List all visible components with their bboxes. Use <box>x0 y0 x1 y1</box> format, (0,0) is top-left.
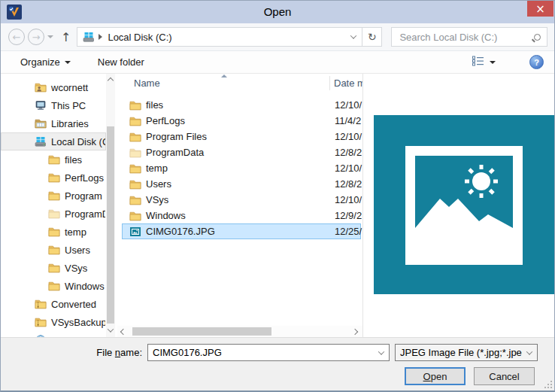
chevron-up-icon <box>108 77 114 84</box>
breadcrumb-current-location[interactable]: Local Disk (C:) <box>108 32 345 43</box>
file-date-modified: 12/10/ <box>335 163 362 174</box>
open-button[interactable]: Open <box>405 367 466 385</box>
navigation-bar: ← → ↑ Local Disk (C:) ↻ <box>1 23 554 50</box>
resize-grip[interactable] <box>544 381 552 388</box>
tree-item-users[interactable]: Users <box>1 241 106 259</box>
file-row-files[interactable]: files12/10/ <box>122 97 361 113</box>
zip-icon <box>35 316 47 328</box>
up-button[interactable]: ↑ <box>61 30 71 44</box>
column-header-name[interactable]: Name <box>134 77 160 89</box>
close-button[interactable]: × <box>527 1 553 17</box>
file-row-users[interactable]: Users12/8/2 <box>122 176 361 192</box>
tree-item-windows[interactable]: Windows <box>1 277 106 295</box>
list-view-icon <box>472 56 484 68</box>
back-button[interactable]: ← <box>8 29 25 45</box>
file-type-select[interactable]: JPEG Image File (*.jpg;*.jpeg;*.j <box>395 344 538 361</box>
tree-item-label: files <box>65 154 82 166</box>
file-row-cimg0176-jpg[interactable]: CIMG0176.JPG12/25/ <box>122 223 361 239</box>
address-dropdown-button[interactable] <box>345 28 362 46</box>
list-horizontal-scrollbar[interactable] <box>117 326 362 337</box>
file-row-vsys[interactable]: VSys12/10/ <box>122 192 361 208</box>
toolbar-right-group: ? <box>470 53 544 71</box>
tree-scrollbar-thumb[interactable] <box>107 126 114 324</box>
folder-icon <box>129 163 141 175</box>
scroll-up-button[interactable] <box>106 75 115 86</box>
dialog-content: wcornettThis PCLibrariesLocal Disk (C:)f… <box>1 74 554 337</box>
command-bar: Organize New folder <box>1 50 554 74</box>
tree-item-converted[interactable]: Converted <box>1 295 106 313</box>
recent-locations-dropdown-icon[interactable] <box>47 35 53 38</box>
file-row-program-files[interactable]: Program Files12/10/ <box>122 129 361 144</box>
file-type-dropdown-button[interactable] <box>522 345 537 360</box>
tree-item-libraries[interactable]: Libraries <box>1 114 106 132</box>
forward-icon: → <box>32 32 41 43</box>
tree-item-files[interactable]: files <box>1 150 106 169</box>
tree-item-label: Program Fi <box>65 190 106 202</box>
chevron-down-icon <box>350 32 356 38</box>
tree-item-label: VSys <box>65 263 87 274</box>
scroll-right-button[interactable] <box>349 330 361 334</box>
file-name-label: File name: <box>31 347 142 358</box>
address-bar[interactable]: Local Disk (C:) <box>77 27 362 47</box>
file-name: files <box>146 99 163 111</box>
file-name: ProgramData <box>146 147 204 158</box>
app-logo-icon <box>7 5 22 20</box>
scroll-down-button[interactable] <box>106 325 115 336</box>
column-divider[interactable] <box>329 76 330 90</box>
refresh-button[interactable]: ↻ <box>362 27 382 47</box>
file-name-dropdown-button[interactable] <box>374 345 389 360</box>
folder-icon <box>48 244 60 256</box>
tree-item-label: PerfLogs <box>65 172 104 184</box>
file-row-temp[interactable]: temp12/10/ <box>122 160 361 176</box>
organize-button[interactable]: Organize <box>16 53 75 71</box>
file-name: PerfLogs <box>146 115 185 126</box>
tree-item-label: This PC <box>51 100 86 111</box>
file-date-modified: 12/9/2 <box>335 210 362 221</box>
file-name: VSys <box>146 194 168 205</box>
tree-item-label: wcornett <box>51 82 88 93</box>
organize-label: Organize <box>20 56 60 68</box>
new-folder-button[interactable]: New folder <box>93 53 149 71</box>
tree-item-local-disk-c[interactable]: Local Disk (C:) <box>1 132 106 150</box>
forward-button[interactable]: → <box>28 29 44 45</box>
tree-item-perflogs[interactable]: PerfLogs <box>1 169 106 187</box>
tree-item-network[interactable]: Network <box>1 331 106 337</box>
chevron-down-icon <box>108 326 114 332</box>
scroll-left-button[interactable] <box>117 330 129 334</box>
tree-item-vsys[interactable]: VSys <box>1 259 106 277</box>
tree-item-temp[interactable]: temp <box>1 223 106 241</box>
help-button[interactable]: ? <box>529 55 544 69</box>
help-icon: ? <box>534 58 539 67</box>
file-row-windows[interactable]: Windows12/9/2 <box>122 208 361 223</box>
file-rows: files12/10/PerfLogs11/4/2Program Files12… <box>117 97 362 239</box>
file-row-perflogs[interactable]: PerfLogs11/4/2 <box>122 113 361 129</box>
file-row-programdata[interactable]: ProgramData12/8/2 <box>122 144 361 160</box>
tree-item-label: ProgramDa <box>65 208 106 220</box>
folder-icon <box>129 99 141 111</box>
file-name-combobox <box>147 344 390 361</box>
list-scrollbar-thumb[interactable] <box>132 327 271 336</box>
column-header-date-modified[interactable]: Date m <box>334 77 362 89</box>
up-icon: ↑ <box>61 30 71 44</box>
new-folder-label: New folder <box>98 56 144 68</box>
tree-item-wcornett[interactable]: wcornett <box>1 78 106 96</box>
breadcrumb-chevron-icon[interactable] <box>99 34 102 40</box>
tree-scrollbar[interactable] <box>106 74 115 337</box>
tree-item-programda[interactable]: ProgramDa <box>1 205 106 223</box>
folder-icon <box>48 153 60 166</box>
file-name: Users <box>146 178 171 190</box>
tree-item-this-pc[interactable]: This PC <box>1 96 106 114</box>
change-view-button[interactable] <box>470 53 498 71</box>
chevron-right-icon <box>352 328 358 334</box>
folder-icon <box>129 131 141 143</box>
file-name: Windows <box>146 210 186 221</box>
file-date-modified: 12/10/ <box>335 194 362 205</box>
search-icon[interactable] <box>534 34 541 41</box>
tree-item-vsysbackup[interactable]: VSysBackup <box>1 313 106 331</box>
search-input[interactable] <box>398 31 531 44</box>
file-name-input[interactable] <box>148 347 374 358</box>
folder-icon <box>48 190 60 202</box>
close-icon: × <box>535 2 545 16</box>
tree-item-program-fi[interactable]: Program Fi <box>1 187 106 205</box>
cancel-button[interactable]: Cancel <box>474 367 535 385</box>
